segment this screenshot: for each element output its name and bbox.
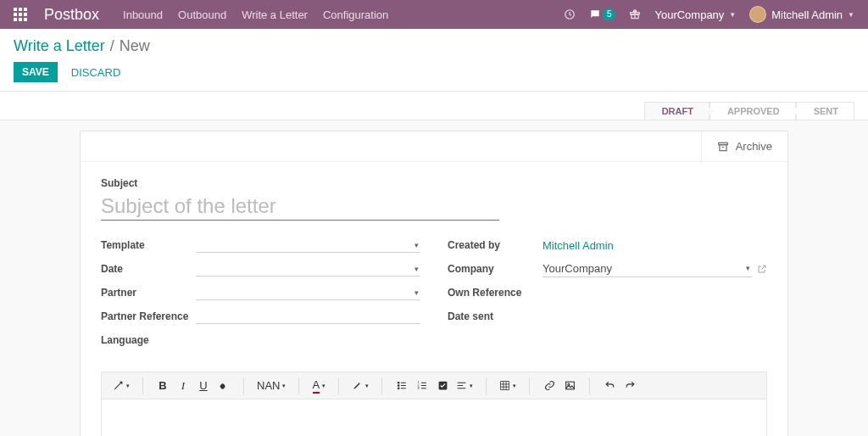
external-link-icon[interactable] [757, 264, 767, 274]
company-dropdown[interactable]: YourCompany ▼ [654, 8, 736, 21]
form-sheet: Archive Subject Template ▾ Date ▾ Par [80, 131, 788, 436]
created-by-link[interactable]: Mitchell Admin [542, 239, 614, 252]
sheet-wrap: Archive Subject Template ▾ Date ▾ Par [0, 120, 868, 436]
button-box: Archive [81, 131, 787, 162]
label-date: Date [101, 263, 196, 275]
nav-links: Inbound Outbound Write a Letter Configur… [123, 8, 388, 21]
label-company: Company [448, 263, 542, 275]
field-created-by: Mitchell Admin [542, 239, 767, 252]
chevron-down-icon: ▼ [848, 11, 854, 19]
svg-rect-4 [720, 144, 726, 150]
nav-link-write[interactable]: Write a Letter [242, 8, 308, 21]
status-approved[interactable]: APPROVED [709, 102, 796, 120]
chevron-down-icon: ▾ [415, 265, 419, 273]
save-button[interactable]: SAVE [14, 62, 58, 82]
editor-content[interactable] [102, 400, 766, 436]
breadcrumb-current: New [120, 37, 150, 55]
label-created-by: Created by [448, 239, 542, 251]
apps-icon[interactable] [14, 8, 27, 21]
actions-row: SAVE DISCARD [0, 59, 868, 91]
chevron-down-icon: ▾ [415, 288, 419, 297]
status-steps: DRAFT APPROVED SENT [644, 102, 854, 120]
svg-text:3: 3 [417, 387, 419, 390]
subject-input[interactable] [101, 193, 499, 221]
status-draft[interactable]: DRAFT [644, 102, 709, 120]
magic-icon[interactable]: ▾ [110, 376, 132, 396]
editor-toolbar: ▾ B I U NAN▾ A▾ [102, 372, 766, 400]
remove-format-icon[interactable] [214, 376, 233, 396]
archive-label: Archive [736, 140, 772, 153]
label-date-sent: Date sent [448, 310, 542, 322]
message-badge: 5 [603, 8, 616, 20]
font-size-dropdown[interactable]: NAN▾ [254, 376, 288, 396]
italic-button[interactable]: I [174, 376, 192, 396]
company-name: YourCompany [654, 8, 724, 21]
right-column: Created by Mitchell Admin Company YourCo… [448, 236, 767, 355]
font-color-dropdown[interactable]: A▾ [309, 376, 328, 396]
field-partner-ref[interactable] [196, 309, 420, 324]
breadcrumb-sep: / [110, 37, 114, 55]
field-date[interactable]: ▾ [196, 261, 420, 277]
align-dropdown[interactable]: ▾ [453, 376, 476, 396]
label-language: Language [101, 334, 196, 346]
underline-button[interactable]: U [194, 376, 213, 396]
redo-icon[interactable] [620, 376, 639, 396]
navbar-right: 5 YourCompany ▼ Mitchell Admin ▼ [564, 6, 854, 23]
breadcrumb: Write a Letter / New [0, 29, 868, 59]
ordered-list-icon[interactable]: 123 [413, 376, 431, 396]
chevron-down-icon: ▼ [729, 11, 736, 19]
image-icon[interactable] [560, 376, 579, 396]
undo-icon[interactable] [600, 376, 619, 396]
link-icon[interactable] [540, 376, 559, 396]
label-template: Template [101, 239, 196, 251]
company-value: YourCompany [542, 262, 612, 275]
clock-icon[interactable] [564, 8, 576, 20]
user-name: Mitchell Admin [771, 8, 843, 21]
breadcrumb-root[interactable]: Write a Letter [14, 37, 105, 55]
rich-text-editor: ▾ B I U NAN▾ A▾ [101, 372, 767, 436]
nav-link-outbound[interactable]: Outbound [178, 8, 226, 21]
messages-icon[interactable]: 5 [589, 8, 616, 20]
top-navbar: Postbox Inbound Outbound Write a Letter … [0, 0, 868, 29]
status-sent[interactable]: SENT [796, 102, 854, 120]
left-column: Template ▾ Date ▾ Partner ▾ Partner Refe… [101, 236, 420, 355]
table-dropdown[interactable]: ▾ [497, 376, 519, 396]
label-own-ref: Own Reference [448, 287, 558, 299]
field-partner[interactable]: ▾ [196, 285, 420, 300]
highlight-dropdown[interactable]: ▾ [349, 376, 371, 396]
chevron-down-icon: ▾ [415, 241, 419, 249]
svg-point-7 [398, 388, 399, 389]
svg-point-5 [398, 382, 399, 383]
control-bar: Write a Letter / New SAVE DISCARD [0, 29, 868, 92]
form-body: Subject Template ▾ Date ▾ Partner ▾ [81, 162, 787, 436]
archive-button[interactable]: Archive [701, 131, 787, 161]
checklist-icon[interactable] [433, 376, 452, 396]
archive-icon [717, 141, 729, 153]
unordered-list-icon[interactable] [392, 376, 411, 396]
svg-point-6 [398, 385, 399, 387]
svg-rect-12 [501, 382, 509, 390]
gift-icon[interactable] [629, 8, 641, 20]
brand[interactable]: Postbox [44, 6, 99, 24]
field-template[interactable]: ▾ [196, 238, 420, 253]
subject-label: Subject [101, 177, 767, 189]
svg-rect-13 [566, 382, 575, 389]
navbar-left: Postbox Inbound Outbound Write a Letter … [14, 6, 388, 24]
discard-button[interactable]: DISCARD [71, 66, 121, 79]
form-columns: Template ▾ Date ▾ Partner ▾ Partner Refe… [101, 236, 767, 355]
statusbar: DRAFT APPROVED SENT [0, 92, 868, 120]
avatar [749, 6, 766, 23]
user-dropdown[interactable]: Mitchell Admin ▼ [749, 6, 854, 23]
label-partner-ref: Partner Reference [101, 310, 196, 322]
bold-button[interactable]: B [153, 376, 172, 396]
field-company[interactable]: YourCompany ▾ [542, 260, 752, 277]
chevron-down-icon: ▾ [746, 264, 750, 272]
nav-link-inbound[interactable]: Inbound [123, 8, 163, 21]
label-partner: Partner [101, 287, 196, 299]
nav-link-config[interactable]: Configuration [323, 8, 388, 21]
